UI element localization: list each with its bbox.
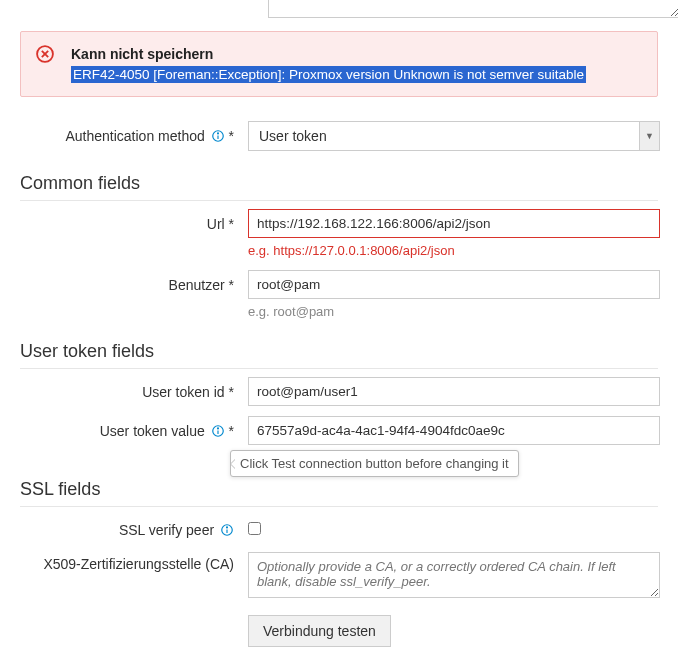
alert-message: ERF42-4050 [Foreman::Exception]: Proxmox… xyxy=(71,66,586,83)
section-user-token-fields: User token fields xyxy=(20,341,658,369)
token-value-label: User token value * xyxy=(20,416,248,439)
info-icon[interactable] xyxy=(211,129,225,143)
alert-title: Kann nicht speichern xyxy=(71,46,641,62)
token-id-label: User token id * xyxy=(20,377,248,400)
test-connection-button[interactable]: Verbindung testen xyxy=(248,615,391,647)
error-icon xyxy=(35,44,55,64)
svg-point-5 xyxy=(217,133,218,134)
ssl-verify-label: SSL verify peer xyxy=(20,515,248,538)
section-ssl-fields: SSL fields xyxy=(20,479,658,507)
user-label: Benutzer * xyxy=(20,270,248,293)
user-hint: e.g. root@pam xyxy=(248,304,660,319)
auth-method-select[interactable]: User token ▼ xyxy=(248,121,660,151)
ca-label: X509-Zertifizierungsstelle (CA) xyxy=(20,552,248,572)
svg-point-8 xyxy=(217,428,218,429)
token-value-tooltip: Click Test connection button before chan… xyxy=(230,450,519,477)
error-alert: Kann nicht speichern ERF42-4050 [Foreman… xyxy=(20,31,658,97)
prior-textarea[interactable] xyxy=(268,0,678,18)
token-value-input[interactable] xyxy=(248,416,660,445)
section-common-fields: Common fields xyxy=(20,173,658,201)
info-icon[interactable] xyxy=(220,523,234,537)
user-input[interactable] xyxy=(248,270,660,299)
token-id-input[interactable] xyxy=(248,377,660,406)
ssl-verify-checkbox[interactable] xyxy=(248,522,261,535)
url-input[interactable] xyxy=(248,209,660,238)
ca-textarea[interactable] xyxy=(248,552,660,598)
url-hint: e.g. https://127.0.0.1:8006/api2/json xyxy=(248,243,660,258)
svg-point-11 xyxy=(227,527,228,528)
info-icon[interactable] xyxy=(211,424,225,438)
chevron-down-icon: ▼ xyxy=(639,122,659,150)
auth-method-label: Authentication method * xyxy=(20,121,248,144)
url-label: Url * xyxy=(20,209,248,232)
